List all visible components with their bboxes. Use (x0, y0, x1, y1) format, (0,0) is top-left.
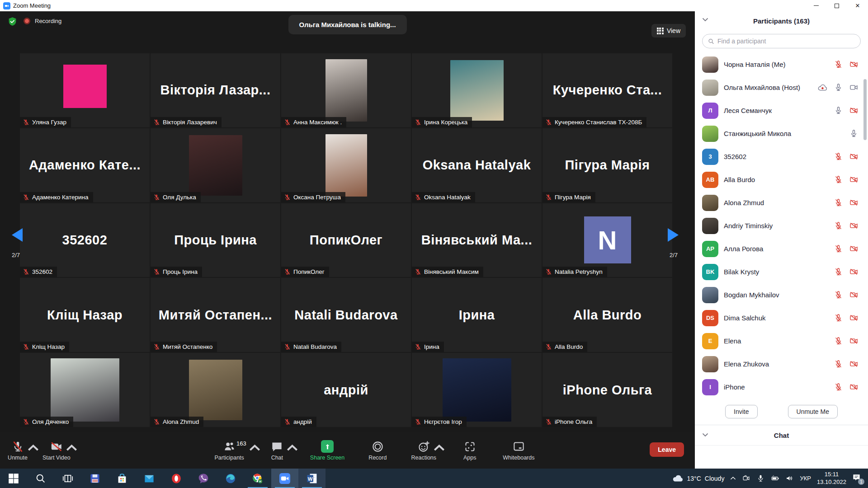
tray-camera-icon[interactable] (742, 474, 750, 483)
weather-widget[interactable]: 13°C Cloudy (672, 473, 725, 484)
camera-status-icon[interactable] (849, 291, 858, 299)
mic-status-icon[interactable] (834, 360, 843, 368)
camera-status-icon[interactable] (849, 244, 858, 253)
mic-status-icon[interactable] (834, 267, 843, 276)
mic-status-icon[interactable] (834, 152, 843, 161)
camera-status-icon[interactable] (849, 267, 858, 276)
taskbar-app-store[interactable] (108, 469, 136, 488)
participant-row[interactable]: E Elena (695, 329, 868, 352)
participants-button[interactable]: 163 Participants (215, 439, 244, 461)
taskbar-app-start[interactable] (0, 469, 27, 488)
taskbar-app-mail[interactable] (136, 469, 163, 488)
video-tile[interactable]: Оля Дулька (151, 128, 280, 202)
taskbar-app-viber[interactable] (190, 469, 217, 488)
video-tile[interactable]: Вінявський Ма... Вінявський Максим (412, 203, 542, 277)
minimize-button[interactable] (806, 0, 826, 11)
mic-status-icon[interactable] (834, 221, 843, 230)
mic-status-icon[interactable] (834, 106, 843, 115)
taskbar-app-search[interactable] (27, 469, 54, 488)
participant-row[interactable]: Elena Zhukova (695, 352, 868, 375)
prev-page-arrow[interactable] (12, 228, 23, 242)
battery-icon[interactable] (771, 474, 779, 483)
close-button[interactable]: ✕ (847, 0, 868, 11)
camera-status-icon[interactable] (849, 383, 858, 391)
mic-status-icon[interactable] (834, 60, 843, 69)
video-tile[interactable]: Кліщ Назар Кліщ Назар (20, 278, 150, 352)
video-tile[interactable]: Пігура Марія Пігура Марія (542, 128, 672, 202)
video-tile[interactable]: Кучеренко Ста... Кучеренко Станислав ТХ-… (542, 53, 672, 127)
participant-search[interactable] (702, 34, 861, 48)
video-tile[interactable]: Вікторія Лазар... Вікторія Лазаревич (151, 53, 280, 127)
whiteboards-button[interactable]: Whiteboards (503, 439, 534, 461)
apps-button[interactable]: Apps (457, 439, 483, 461)
camera-status-icon[interactable] (849, 152, 858, 161)
mic-status-icon[interactable] (849, 129, 858, 138)
participant-row[interactable]: Л Леся Семанчук (695, 99, 868, 122)
chat-button[interactable]: Chat (264, 439, 290, 461)
video-tile[interactable]: Natali Budarova Natali Budarova (281, 278, 411, 352)
participant-row[interactable]: Bogdan Mykhailov (695, 283, 868, 306)
taskbar-app-zoom[interactable] (271, 469, 298, 488)
mic-status-icon[interactable] (834, 383, 843, 391)
clock[interactable]: 15:11 13.10.2022 (817, 471, 846, 486)
video-options-caret[interactable] (66, 442, 71, 446)
video-tile[interactable]: Проць Ірина Проць Ірина (151, 203, 280, 277)
video-tile[interactable]: Адаменко Кате... Адаменко Катерина (20, 128, 150, 202)
video-tile[interactable]: 352602 352602 (20, 203, 150, 277)
video-tile[interactable]: андрій андрій (281, 353, 411, 427)
mic-status-icon[interactable] (834, 314, 843, 322)
view-button[interactable]: View (651, 24, 686, 38)
unmute-me-button[interactable]: Unmute Me (788, 405, 838, 418)
scrollbar-thumb[interactable] (863, 79, 867, 140)
video-tile[interactable]: Нєгрєтов Ігор (412, 353, 542, 427)
search-input[interactable] (717, 38, 855, 45)
video-tile[interactable]: Анна Максимюк . (281, 53, 411, 127)
taskbar-app-edge[interactable] (217, 469, 244, 488)
camera-status-icon[interactable] (849, 337, 858, 345)
participant-row[interactable]: AB Alla Burdo (695, 168, 868, 191)
video-tile[interactable]: Oksana Hatalyak Oksana Hatalyak (412, 128, 542, 202)
video-tile[interactable]: Ірина Корецька (412, 53, 542, 127)
share-screen-button[interactable]: Share Screen (310, 439, 344, 461)
camera-status-icon[interactable] (849, 83, 858, 92)
camera-status-icon[interactable] (849, 106, 858, 115)
video-tile[interactable]: Alla Burdo Alla Burdo (542, 278, 672, 352)
camera-status-icon[interactable] (849, 198, 858, 207)
taskbar-app-taskview[interactable] (54, 469, 81, 488)
video-tile[interactable]: Alona Zhmud (151, 353, 280, 427)
unmute-options-caret[interactable] (27, 442, 32, 446)
participants-caret[interactable] (249, 442, 254, 446)
participant-row[interactable]: DS Dima Salchuk (695, 306, 868, 329)
mic-status-icon[interactable] (834, 83, 843, 92)
video-tile[interactable]: Оксана Петруша (281, 128, 411, 202)
video-tile[interactable]: iPhone Ольга iPhone Ольга (542, 353, 672, 427)
mic-status-icon[interactable] (834, 244, 843, 253)
speaker-icon[interactable] (785, 474, 794, 483)
video-tile[interactable]: N Natalia Petryshyn (542, 203, 672, 277)
taskbar-app-word[interactable]: W (298, 469, 326, 488)
participant-row[interactable]: BK Bilak Krysty (695, 260, 868, 283)
camera-status-icon[interactable] (849, 60, 858, 69)
camera-status-icon[interactable] (849, 221, 858, 230)
taskbar-app-chrome[interactable]: H (244, 469, 271, 488)
participant-row[interactable]: Alona Zhmud (695, 191, 868, 214)
participant-row[interactable]: Ольга Михайлова (Host) (695, 76, 868, 99)
camera-status-icon[interactable] (849, 175, 858, 184)
chevron-down-icon[interactable] (702, 18, 708, 22)
video-tile[interactable]: ПопикОлег ПопикОлег (281, 203, 411, 277)
participant-row[interactable]: Andriy Timinskiy (695, 214, 868, 237)
maximize-button[interactable] (826, 0, 847, 11)
mic-status-icon[interactable] (834, 291, 843, 299)
invite-button[interactable]: Invite (725, 405, 757, 418)
start-video-button[interactable]: Start Video (42, 439, 71, 461)
security-shield-icon[interactable] (8, 17, 17, 26)
unmute-button[interactable]: Unmute (5, 439, 31, 461)
participant-row[interactable]: I iPhone (695, 375, 868, 399)
language-indicator[interactable]: УКР (800, 475, 811, 482)
next-page-arrow[interactable] (668, 228, 679, 242)
participant-row[interactable]: 3 352602 (695, 145, 868, 168)
video-tile[interactable]: Оля Дяченко (20, 353, 150, 427)
mic-status-icon[interactable] (834, 337, 843, 345)
participant-row[interactable]: Станжицький Микола (695, 122, 868, 145)
reactions-button[interactable]: Reactions (410, 439, 437, 461)
